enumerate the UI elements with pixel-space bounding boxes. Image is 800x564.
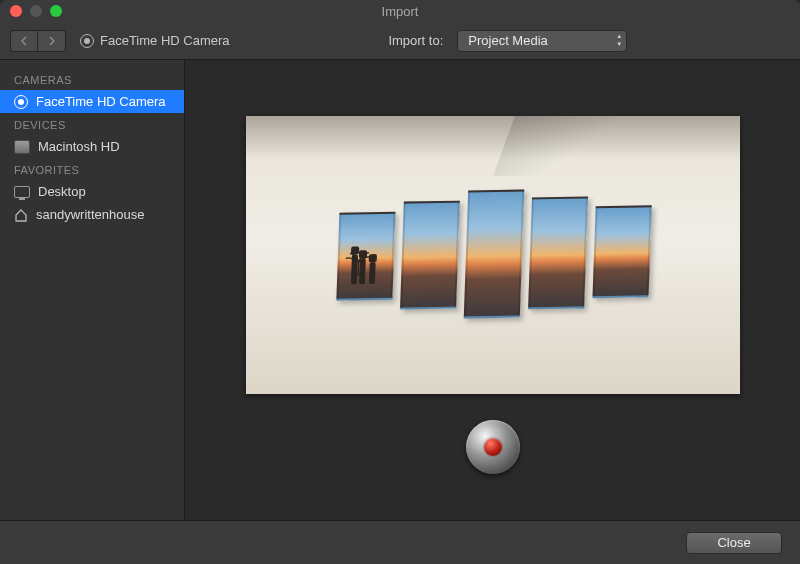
sidebar-item-label: sandywrittenhouse [36, 207, 144, 222]
current-source: FaceTime HD Camera [80, 33, 230, 48]
footer: Close [0, 520, 800, 564]
sidebar-item-macintosh-hd[interactable]: Macintosh HD [0, 135, 184, 158]
sidebar-item-label: FaceTime HD Camera [36, 94, 166, 109]
harddrive-icon [14, 140, 30, 154]
camera-preview [246, 116, 740, 394]
chevron-right-icon [48, 36, 56, 46]
close-window-icon[interactable] [10, 5, 22, 17]
window-controls [10, 5, 62, 17]
import-to-label: Import to: [388, 33, 443, 48]
camera-icon [80, 34, 94, 48]
nav-group [10, 30, 66, 52]
preview-decor [493, 116, 635, 176]
section-header-cameras: CAMERAS [0, 68, 184, 90]
home-icon [14, 208, 28, 222]
current-source-label: FaceTime HD Camera [100, 33, 230, 48]
minimize-window-icon[interactable] [30, 5, 42, 17]
desktop-icon [14, 186, 30, 198]
forward-button[interactable] [38, 30, 66, 52]
updown-icon: ▲▼ [616, 33, 622, 47]
section-header-devices: DEVICES [0, 113, 184, 135]
import-to-value: Project Media [468, 33, 547, 48]
main-area [185, 60, 800, 520]
record-button-wrap [466, 420, 520, 474]
body: CAMERAS FaceTime HD Camera DEVICES Macin… [0, 60, 800, 520]
sidebar-item-home[interactable]: sandywrittenhouse [0, 203, 184, 226]
sidebar-item-label: Macintosh HD [38, 139, 120, 154]
close-button[interactable]: Close [686, 532, 782, 554]
sidebar-item-desktop[interactable]: Desktop [0, 180, 184, 203]
camera-icon [14, 95, 28, 109]
toolbar: FaceTime HD Camera Import to: Project Me… [0, 22, 800, 60]
close-button-label: Close [717, 535, 750, 550]
zoom-window-icon[interactable] [50, 5, 62, 17]
window-title: Import [0, 4, 800, 19]
preview-decor [246, 116, 740, 160]
preview-decor [335, 187, 652, 320]
sidebar: CAMERAS FaceTime HD Camera DEVICES Macin… [0, 60, 185, 520]
import-to-select[interactable]: Project Media ▲▼ [457, 30, 627, 52]
record-button[interactable] [466, 420, 520, 474]
chevron-left-icon [20, 36, 28, 46]
section-header-favorites: FAVORITES [0, 158, 184, 180]
titlebar: Import [0, 0, 800, 22]
sidebar-item-label: Desktop [38, 184, 86, 199]
record-icon [484, 438, 502, 456]
back-button[interactable] [10, 30, 38, 52]
sidebar-item-facetime-camera[interactable]: FaceTime HD Camera [0, 90, 184, 113]
